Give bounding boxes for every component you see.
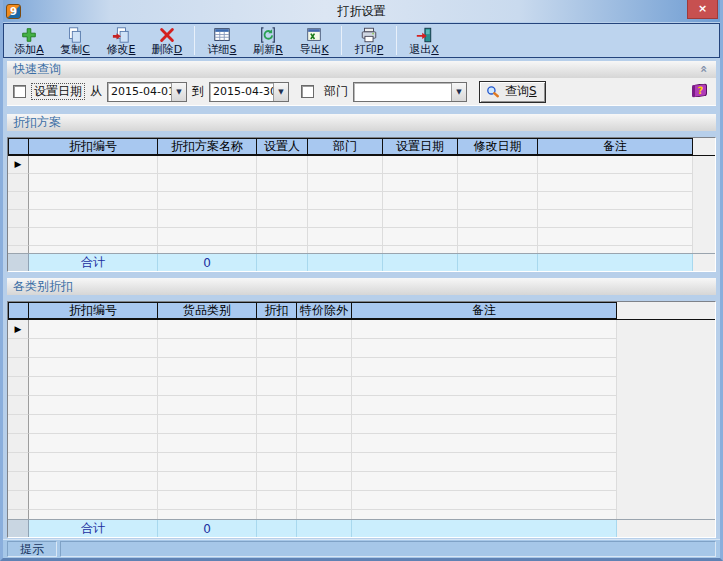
copy-button[interactable]: 复制C [52,24,98,57]
date-filter-label[interactable]: 设置日期 [31,83,85,100]
dept-combo[interactable]: ▼ [353,82,467,102]
chevron-down-icon[interactable]: ▼ [451,83,466,101]
indicator-column-header [8,138,29,155]
date-filter-checkbox[interactable] [13,85,26,98]
from-date-value: 2015-04-01 [108,85,171,98]
quick-query-panel: 设置日期 从 2015-04-01 ▼ 到 2015-04-30 ▼ 部门 ▼ … [7,78,716,106]
table-row[interactable]: ▶ [8,228,715,246]
column-header[interactable]: 部门 [308,138,383,155]
row-indicator: ▶ [8,377,29,396]
from-label: 从 [90,83,102,100]
column-header[interactable]: 设置人 [257,138,308,155]
to-date-value: 2015-04-30 [210,85,273,98]
export-button[interactable]: 导出K [291,24,337,57]
details-button-label: 详细S [208,44,237,56]
toolbar-separator [194,26,195,55]
print-button[interactable]: 打印P [346,24,392,57]
details-button[interactable]: 详细S [199,24,245,57]
table-row[interactable]: ▶ [8,174,715,192]
row-indicator: ▶ [8,396,29,415]
row-indicator: ▶ [8,174,29,192]
from-date-combo[interactable]: 2015-04-01 ▼ [107,82,187,102]
export-button-label: 导出K [299,44,328,56]
column-header[interactable]: 折扣 [257,302,297,319]
row-indicator: ▶ [8,320,29,339]
chevron-down-icon[interactable]: ▼ [273,83,288,101]
status-message-panel [60,541,716,557]
row-indicator: ▶ [8,210,29,228]
details-icon [213,26,231,44]
toolbar: 添加A 复制C 修改E 删除D 详细S 刷新R 导出K 打 [3,23,720,58]
to-date-combo[interactable]: 2015-04-30 ▼ [209,82,289,102]
total-count: 0 [158,520,257,537]
plan-section-title: 折扣方案 [13,114,61,131]
category-section-bar: 各类别折扣 [7,278,716,295]
current-row-marker: ▶ [15,160,22,169]
status-bar: 提示 [3,539,720,558]
category-discount-table: 折扣编号 货品类别 折扣 特价除外 备注 ▶ ▶ ▶ ▶ [7,301,716,538]
column-header[interactable]: 折扣编号 [29,138,158,155]
search-icon [485,84,501,100]
row-indicator: ▶ [8,491,29,510]
table-row[interactable]: ▶ [8,472,715,491]
table-row[interactable]: ▶ [8,396,715,415]
delete-icon [158,26,176,44]
quick-query-title: 快速查询 [13,61,61,78]
table-row[interactable]: ▶ [8,491,715,510]
discount-plan-table: 折扣编号 折扣方案名称 设置人 部门 设置日期 修改日期 备注 ▶ ▶ ▶ [7,137,716,272]
toolbar-separator [396,26,397,55]
help-book-icon[interactable]: ? [692,83,710,99]
table-row[interactable]: ▶ [8,320,715,339]
print-icon [360,26,378,44]
quick-query-section-bar: 快速查询 « [7,61,716,78]
exit-button[interactable]: 退出X [401,24,447,57]
copy-icon [66,26,84,44]
modify-button[interactable]: 修改E [98,24,144,57]
add-button-label: 添加A [14,44,44,56]
refresh-button[interactable]: 刷新R [245,24,291,57]
add-icon [20,26,38,44]
column-header[interactable]: 备注 [538,138,693,155]
table-row[interactable]: ▶ [8,358,715,377]
column-header[interactable]: 修改日期 [458,138,538,155]
table-filler [8,510,715,519]
column-header[interactable]: 折扣方案名称 [158,138,257,155]
table-row[interactable]: ▶ [8,415,715,434]
close-button[interactable]: × [687,0,718,19]
print-button-label: 打印P [355,44,384,56]
table-row[interactable]: ▶ [8,339,715,358]
row-indicator: ▶ [8,358,29,377]
query-button[interactable]: 查询S [479,81,546,103]
delete-button[interactable]: 删除D [144,24,190,57]
table-row[interactable]: ▶ [8,210,715,228]
column-header[interactable]: 设置日期 [383,138,458,155]
table-row[interactable]: ▶ [8,156,715,174]
column-header[interactable]: 特价除外 [297,302,352,319]
total-count: 0 [158,254,257,271]
titlebar: 9 打折设置 × [3,0,720,22]
table-row[interactable]: ▶ [8,434,715,453]
category-section-title: 各类别折扣 [13,278,73,295]
window-title: 打折设置 [3,3,720,20]
table-row[interactable]: ▶ [8,453,715,472]
chevron-down-icon[interactable]: ▼ [171,83,186,101]
delete-button-label: 删除D [152,44,182,56]
collapse-chevron-icon[interactable]: « [698,65,710,73]
column-header[interactable]: 备注 [352,302,617,319]
column-header[interactable]: 货品类别 [158,302,257,319]
indicator-column-header [8,302,29,319]
column-header[interactable]: 折扣编号 [29,302,158,319]
refresh-icon [259,26,277,44]
table-row[interactable]: ▶ [8,192,715,210]
table-row[interactable]: ▶ [8,377,715,396]
exit-button-label: 退出X [409,44,439,56]
query-button-label: 查询S [505,83,537,100]
discount-settings-window: 9 打折设置 × 添加A 复制C 修改E 删除D 详细S 刷新R [0,0,723,561]
dept-filter-label: 部门 [324,83,348,100]
add-button[interactable]: 添加A [6,24,52,57]
export-icon [305,26,323,44]
modify-button-label: 修改E [107,44,136,56]
dept-filter-checkbox[interactable] [301,85,314,98]
plan-total-row: 合计 0 [8,253,715,271]
row-indicator: ▶ [8,228,29,246]
